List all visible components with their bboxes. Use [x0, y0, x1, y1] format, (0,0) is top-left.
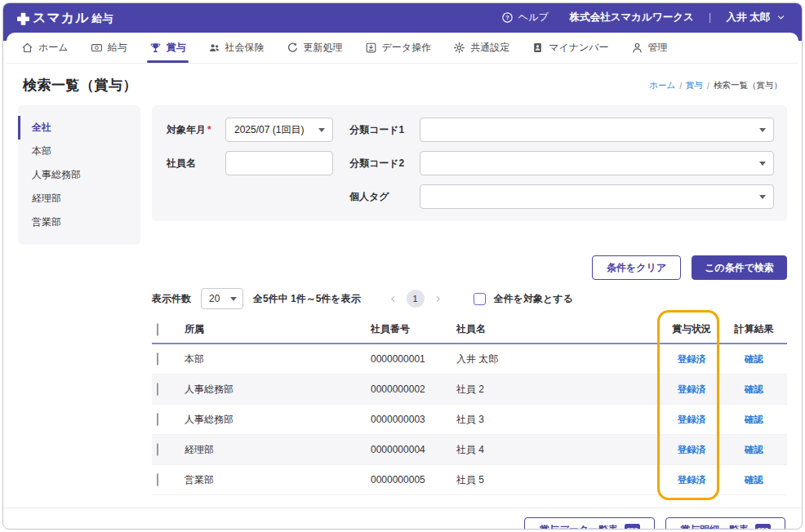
main-navbar: ホーム 給与 賞与 社会保険 更新処理 データ操作 共通設定 マイナンバー — [7, 33, 798, 64]
trophy-icon — [149, 42, 162, 54]
sidebar-item-accounting[interactable]: 経理部 — [18, 187, 140, 211]
select-all-label: 全件を対象とする — [494, 292, 573, 306]
chevron-down-icon — [776, 13, 785, 22]
chevron-left-icon — [389, 295, 397, 304]
cell-emp-no: 0000000004 — [371, 444, 456, 455]
page-size-select[interactable]: 20 — [201, 288, 243, 309]
clear-conditions-button[interactable]: 条件をクリア — [592, 255, 681, 280]
caret-down-icon — [759, 195, 766, 199]
bonus-status-link[interactable]: 登録済 — [678, 415, 706, 424]
bonus-data-report-label: 賞与データ一覧表 — [539, 523, 618, 530]
nav-tab-update-process[interactable]: 更新処理 — [287, 33, 343, 63]
sidebar-item-all-company[interactable]: 全社 — [18, 116, 140, 140]
personal-tag-label: 個人タグ — [349, 190, 420, 204]
sidebar-item-hr-general-affairs[interactable]: 人事総務部 — [18, 163, 140, 187]
help-button[interactable]: ? ヘルプ — [501, 11, 549, 24]
employee-name-input[interactable] — [225, 151, 333, 175]
calc-result-link[interactable]: 確認 — [745, 475, 763, 485]
plus-logo-icon — [16, 11, 30, 25]
category-code1-select[interactable] — [420, 117, 774, 142]
department-sidebar: 全社 本部 人事総務部 経理部 営業部 — [18, 105, 140, 245]
caret-down-icon — [759, 128, 766, 132]
calc-result-link[interactable]: 確認 — [745, 445, 763, 454]
table-row: 人事総務部 0000000003 社員 3 登録済 確認 — [152, 405, 787, 435]
sidebar-item-headquarters[interactable]: 本部 — [18, 140, 140, 163]
target-month-label: 対象年月* — [167, 123, 225, 137]
prev-page-button[interactable] — [382, 295, 404, 304]
sidebar-item-sales[interactable]: 営業部 — [18, 211, 140, 234]
search-with-conditions-button[interactable]: この条件で検索 — [692, 255, 787, 280]
page-size-value: 20 — [209, 293, 220, 304]
pdf-icon: PDF — [755, 524, 771, 530]
row-checkbox[interactable] — [157, 443, 158, 456]
cell-dept: 人事総務部 — [185, 413, 371, 427]
required-mark: * — [207, 124, 211, 135]
caret-down-icon — [318, 128, 325, 132]
category-code1-label: 分類コード1 — [349, 123, 420, 137]
row-checkbox[interactable] — [157, 352, 158, 366]
nav-tab-my-number[interactable]: マイナンバー — [531, 33, 608, 63]
header-separator: ｜ — [705, 11, 715, 24]
nav-tab-data-operations[interactable]: データ操作 — [365, 33, 432, 63]
id-card-icon — [531, 42, 544, 54]
help-icon: ? — [501, 11, 514, 24]
nav-label: 社会保険 — [225, 41, 265, 55]
bonus-status-link[interactable]: 登録済 — [678, 354, 706, 364]
select-all-checkbox[interactable] — [474, 293, 486, 305]
category-code2-select[interactable] — [420, 151, 774, 175]
nav-label: ホーム — [38, 41, 69, 55]
breadcrumb-separator: / — [679, 81, 682, 91]
calc-result-link[interactable]: 確認 — [745, 354, 763, 364]
breadcrumb-section-link[interactable]: 賞与 — [686, 80, 703, 91]
calc-result-link[interactable]: 確認 — [745, 415, 763, 424]
next-page-button[interactable] — [427, 295, 449, 304]
home-icon — [21, 42, 33, 54]
svg-text:PDF: PDF — [758, 527, 768, 530]
bonus-data-report-button[interactable]: 賞与データ一覧表 PDF — [524, 517, 655, 530]
calc-result-link[interactable]: 確認 — [745, 384, 763, 394]
banknote-icon — [91, 42, 103, 54]
cell-dept: 本部 — [185, 352, 371, 366]
bonus-status-link[interactable]: 登録済 — [678, 475, 706, 485]
gear-icon — [453, 42, 465, 54]
brand-name: スマカル — [33, 10, 90, 27]
cell-emp-no: 0000000001 — [371, 353, 456, 365]
cell-name: 社員 2 — [456, 383, 662, 397]
company-name: 株式会社スマカルワークス — [570, 11, 694, 24]
help-label: ヘルプ — [518, 11, 549, 24]
table-row: 営業部 0000000005 社員 5 登録済 確認 — [152, 465, 787, 495]
breadcrumb-home-link[interactable]: ホーム — [649, 80, 675, 91]
nav-tab-home[interactable]: ホーム — [21, 33, 69, 63]
row-checkbox[interactable] — [157, 473, 158, 486]
target-month-select[interactable]: 2025/07 (1回目) — [225, 117, 333, 142]
employee-name-label: 社員名 — [167, 157, 225, 171]
bonus-status-link[interactable]: 登録済 — [678, 445, 706, 454]
bonus-detail-report-button[interactable]: 賞与明細一覧表 PDF — [665, 517, 785, 530]
svg-text:PDF: PDF — [627, 527, 638, 530]
pdf-icon: PDF — [625, 524, 640, 530]
breadcrumb: ホーム / 賞与 / 検索一覧（賞与） — [649, 80, 782, 91]
row-checkbox[interactable] — [157, 413, 158, 426]
row-checkbox[interactable] — [157, 383, 158, 396]
category-code2-label: 分類コード2 — [349, 157, 420, 171]
table-row: 人事総務部 0000000002 社員 2 登録済 確認 — [152, 375, 787, 405]
personal-tag-select[interactable] — [420, 184, 774, 209]
header-checkbox[interactable] — [157, 323, 158, 336]
nav-tab-salary[interactable]: 給与 — [91, 33, 127, 63]
nav-tab-common-settings[interactable]: 共通設定 — [453, 33, 509, 63]
person-icon — [631, 42, 643, 54]
results-table: 所属 社員番号 社員名 賞与状況 計算結果 本部 0000000001 入井 太… — [152, 316, 787, 495]
nav-tab-bonus[interactable]: 賞与 — [149, 33, 186, 63]
nav-tab-admin[interactable]: 管理 — [631, 33, 668, 63]
bonus-status-link[interactable]: 登録済 — [678, 384, 706, 394]
page-size-label: 表示件数 — [152, 292, 191, 306]
cell-dept: 経理部 — [185, 443, 371, 457]
user-menu[interactable]: 入井 太郎 — [727, 11, 785, 24]
cell-name: 社員 3 — [456, 413, 662, 427]
cell-name: 社員 4 — [456, 443, 662, 457]
table-row: 経理部 0000000004 社員 4 登録済 確認 — [152, 435, 787, 465]
nav-tab-social-insurance[interactable]: 社会保険 — [208, 33, 265, 63]
bonus-detail-report-label: 賞与明細一覧表 — [680, 523, 749, 530]
page-number-button[interactable]: 1 — [407, 290, 425, 308]
chevron-right-icon — [434, 295, 442, 304]
